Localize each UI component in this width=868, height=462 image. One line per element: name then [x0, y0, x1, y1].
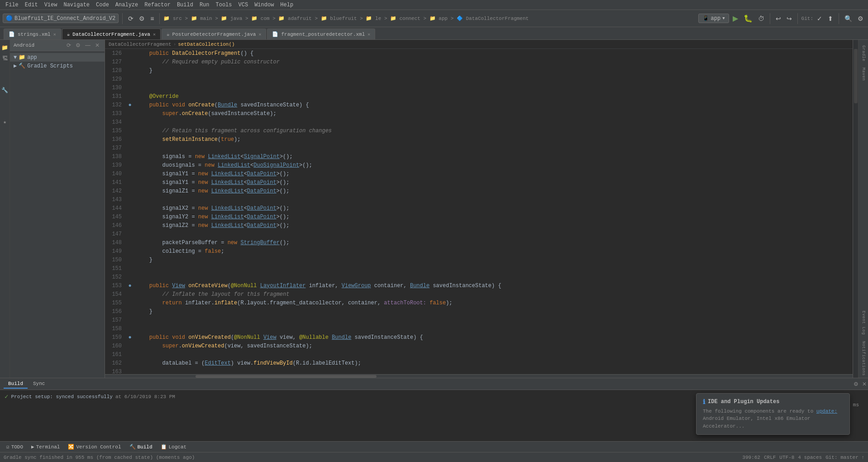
- project-icon: 🔵: [6, 15, 13, 22]
- bottom-tool-tabs: ☑ TODO ▶ Terminal 🔀 Version Control 🔨 Bu…: [0, 441, 868, 452]
- tabs-bar: 📄 strings.xml ✕ ☕ DataCollectorFragment.…: [0, 27, 868, 40]
- menu-item-refactor[interactable]: Refactor: [142, 1, 173, 9]
- code-line-145: 145 signalY2 = new LinkedList<DataPoint>…: [105, 212, 853, 221]
- code-editor[interactable]: 126 public DataCollectorFragment() { 127…: [105, 49, 853, 374]
- toolbar: 🔵 Bluefruit_IE_Connect_Android_V2 ⟳ ⚙ ≡ …: [0, 10, 868, 27]
- notification-link[interactable]: update:: [816, 409, 837, 414]
- vc-icon: 🔀: [68, 444, 74, 450]
- tab-close-strings[interactable]: ✕: [53, 32, 56, 37]
- horizontal-scrollbar[interactable]: [105, 374, 853, 378]
- panel-sync-btn[interactable]: ⟳: [65, 42, 72, 49]
- notification-title: ℹ IDE and Plugin Updates: [703, 398, 843, 406]
- git-update-button[interactable]: ✓: [815, 14, 824, 23]
- panel-collapse-btn[interactable]: —: [84, 42, 92, 49]
- settings-button[interactable]: ⚙: [137, 14, 147, 23]
- debug-button[interactable]: 🐛: [742, 13, 754, 24]
- panel-settings-btn[interactable]: ⚙: [74, 42, 82, 49]
- menu-item-run[interactable]: Run: [197, 1, 212, 9]
- tab-posturedetectorfragment[interactable]: ☕ PostureDetectorFragment.java ✕: [162, 29, 267, 39]
- project-icon-strip[interactable]: 📁: [1, 43, 9, 52]
- run-button[interactable]: ▶: [731, 13, 740, 24]
- build-tool-tab[interactable]: 🔨 Build: [127, 443, 155, 451]
- code-line-135: 135 // Retain this fragment across confi…: [105, 126, 853, 135]
- notification-title-text: IDE and Plugin Updates: [708, 399, 779, 405]
- menu-item-file[interactable]: File: [3, 1, 21, 9]
- structure-icon[interactable]: 🏗: [1, 54, 9, 63]
- settings-gear-button[interactable]: ⚙: [856, 14, 865, 23]
- build-panel-close-btn[interactable]: ✕: [861, 380, 868, 388]
- version-control-tab[interactable]: 🔀 Version Control: [65, 443, 124, 451]
- cursor-position: 399:62: [742, 455, 760, 460]
- menu-item-vcs[interactable]: VCS: [236, 1, 251, 9]
- code-line-133: 133 super.onCreate(savedInstanceState);: [105, 109, 853, 118]
- search-everywhere-button[interactable]: 🔍: [843, 14, 854, 23]
- sync-button[interactable]: ⟳: [126, 14, 135, 23]
- maven-label-right[interactable]: Maven: [861, 66, 866, 83]
- menu-bar: File Edit View Navigate Code Analyze Ref…: [0, 0, 868, 10]
- todo-icon: ☑: [6, 444, 10, 450]
- build-tab[interactable]: Build: [4, 380, 28, 389]
- todo-tab[interactable]: ☑ TODO: [4, 443, 26, 451]
- panel-close-btn[interactable]: ✕: [94, 42, 101, 49]
- code-line-162: 162 dataLabel = (EditText) view.findView…: [105, 359, 853, 367]
- sync-tab[interactable]: Sync: [29, 380, 49, 389]
- project-selector[interactable]: 🔵 Bluefruit_IE_Connect_Android_V2: [3, 14, 119, 23]
- redo-button[interactable]: ↪: [785, 14, 794, 23]
- tab-strings-xml[interactable]: 📄 strings.xml ✕: [4, 29, 61, 39]
- tree-item-gradle[interactable]: ▶ 🔨 Gradle Scripts: [10, 62, 105, 70]
- tab-icon: 📄: [9, 31, 15, 37]
- encoding: UTF-8: [779, 455, 794, 460]
- run-manager-button[interactable]: ≡: [148, 14, 156, 23]
- tab-close-datacollector[interactable]: ✕: [153, 32, 156, 37]
- profile-button[interactable]: ⏱: [756, 14, 766, 23]
- gradle-label-right[interactable]: Gradle: [861, 43, 866, 63]
- gradle-icon: 🔨: [19, 63, 25, 69]
- run-config[interactable]: 📱 app ▼: [698, 14, 729, 23]
- build-panel-settings-btn[interactable]: ⚙: [852, 380, 860, 388]
- menu-item-help[interactable]: Help: [277, 1, 296, 9]
- notifications-label[interactable]: Notifications: [861, 339, 866, 378]
- tree-expand-icon-gradle: ▶: [14, 63, 17, 69]
- tab-fragment-xml[interactable]: 📄 fragment_posturedetector.xml ✕: [267, 29, 375, 39]
- build-variants-icon[interactable]: 🔧: [1, 86, 9, 94]
- code-line-137: 137: [105, 144, 853, 152]
- notification-detail: Android Emulator, Intel x86 Emulator Acc…: [703, 416, 811, 429]
- logcat-tab[interactable]: 📋 Logcat: [158, 443, 190, 451]
- menu-item-window[interactable]: Window: [252, 1, 277, 9]
- undo-button[interactable]: ↩: [774, 14, 783, 23]
- code-line-130: 130: [105, 83, 853, 92]
- menu-item-code[interactable]: Code: [93, 1, 112, 9]
- tree-item-app[interactable]: ▼ 📁 app: [10, 53, 105, 62]
- code-line-156: 156 }: [105, 307, 853, 316]
- chevron-down-icon: ▼: [722, 16, 725, 21]
- terminal-tab[interactable]: ▶ Terminal: [29, 443, 62, 451]
- tab-label-active: DataCollectorFragment.java: [72, 32, 150, 37]
- tab-icon: ☕: [67, 31, 70, 37]
- menu-item-edit[interactable]: Edit: [22, 1, 41, 9]
- scroll-minimap[interactable]: [853, 40, 858, 378]
- menu-item-tools[interactable]: Tools: [213, 1, 235, 9]
- tab-icon: ☕: [167, 31, 170, 37]
- main-area: 📁 🏗 🔧 ★ Android ⟳ ⚙ — ✕ ▼ 📁 app ▶ 🔨: [0, 40, 868, 378]
- menu-item-build[interactable]: Build: [174, 1, 196, 9]
- logcat-icon: 📋: [161, 444, 167, 450]
- menu-item-view[interactable]: View: [42, 1, 60, 9]
- panel-header: Android ⟳ ⚙ — ✕: [10, 40, 105, 51]
- tab-datacollectorfragment[interactable]: ☕ DataCollectorFragment.java ✕: [62, 29, 161, 39]
- notification-popup: ℹ IDE and Plugin Updates The following c…: [696, 393, 850, 435]
- tab-label: strings.xml: [18, 32, 51, 37]
- event-log-label[interactable]: Event Log: [861, 309, 866, 337]
- config-name: app: [711, 15, 721, 22]
- tree-expand-icon: ▼: [14, 54, 17, 61]
- menu-item-navigate[interactable]: Navigate: [61, 1, 92, 9]
- tab-icon: 📄: [272, 31, 278, 37]
- tab-close-posture[interactable]: ✕: [258, 32, 261, 37]
- tab-close-fragment[interactable]: ✕: [367, 32, 370, 37]
- editor-area: DataCollectorFragment › setDataCollectio…: [105, 40, 853, 378]
- favorites-icon[interactable]: ★: [1, 118, 9, 126]
- git-commit-button[interactable]: ⬆: [826, 14, 835, 23]
- gradle-label: Gradle Scripts: [27, 63, 73, 69]
- menu-item-analyze[interactable]: Analyze: [113, 1, 141, 9]
- code-line-151: 151: [105, 264, 853, 273]
- breadcrumb-sep: ›: [173, 42, 176, 47]
